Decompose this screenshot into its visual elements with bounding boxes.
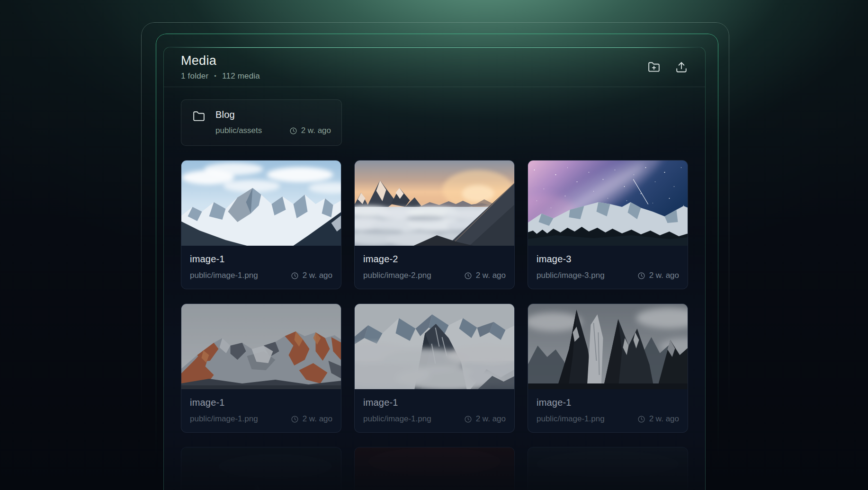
thumbnail-snow-peaks-blue-sky <box>181 160 341 246</box>
card-meta: public/image-1.png 2 w. ago <box>190 271 332 280</box>
card-body: image-1 public/image-1.png 2 w. ago <box>181 246 341 280</box>
card-title: image-1 <box>537 397 679 408</box>
media-card-image-1-row2-center[interactable]: image-1 public/image-1.png 2 w. ago <box>354 303 515 433</box>
clock-icon <box>291 415 299 423</box>
thumbnail-foggy-summit <box>355 304 514 389</box>
card-body: image-2 public/image-2.png 2 w. ago <box>355 246 514 280</box>
app-background: Media 1 folder • 112 media <box>0 0 868 490</box>
clock-icon <box>289 127 297 135</box>
card-body: image-3 public/image-3.png 2 w. ago <box>528 246 688 280</box>
card-time: 2 w. ago <box>637 271 679 280</box>
dot-separator: • <box>214 72 216 80</box>
card-meta: public/image-1.png 2 w. ago <box>363 414 506 424</box>
card-body: image-1 public/image-1.png 2 w. ago <box>181 389 341 424</box>
media-panel: Media 1 folder • 112 media <box>163 47 706 490</box>
card-title: image-1 <box>190 397 332 408</box>
media-count: 112 media <box>222 71 260 81</box>
card-path: public/image-1.png <box>190 271 258 280</box>
folder-card-blog[interactable]: Blog public/assets 2 w. ago <box>181 99 342 146</box>
thumbnail-monochrome-spires <box>528 304 688 389</box>
media-grid: image-1 public/image-1.png 2 w. ago <box>181 160 688 490</box>
header-text-block: Media 1 folder • 112 media <box>181 53 260 81</box>
thumbnail-faded-dark-slate <box>528 447 688 490</box>
media-card-partial-3[interactable] <box>528 447 688 490</box>
card-time: 2 w. ago <box>637 414 679 424</box>
media-card-image-1-row2-right[interactable]: image-1 public/image-1.png 2 w. ago <box>528 303 688 433</box>
card-time: 2 w. ago <box>291 414 332 424</box>
card-meta: public/image-2.png 2 w. ago <box>363 271 506 280</box>
media-card-image-2[interactable]: image-2 public/image-2.png 2 w. ago <box>354 160 515 289</box>
card-path: public/image-1.png <box>190 414 258 424</box>
card-title: image-1 <box>190 254 332 265</box>
thumbnail-sunset-above-cloud-sea <box>355 160 514 246</box>
card-title: image-1 <box>363 397 506 408</box>
page-title: Media <box>181 53 260 68</box>
card-path: public/image-1.png <box>537 414 605 424</box>
header-actions <box>647 61 688 74</box>
folder-time: 2 w. ago <box>289 126 331 135</box>
folder-path: public/assets <box>215 126 262 135</box>
card-title: image-3 <box>537 254 679 265</box>
media-card-partial-2[interactable] <box>354 447 515 490</box>
card-meta: public/image-1.png 2 w. ago <box>190 414 332 424</box>
folder-name: Blog <box>215 109 331 120</box>
folder-info: Blog public/assets 2 w. ago <box>215 109 331 135</box>
card-time: 2 w. ago <box>464 271 506 280</box>
card-time: 2 w. ago <box>291 271 332 280</box>
thumbnail-faded-dark-peak <box>181 447 341 490</box>
thumbnail-milky-way-over-mountains <box>528 160 688 246</box>
card-time: 2 w. ago <box>464 414 506 424</box>
card-meta: public/image-1.png 2 w. ago <box>537 414 679 424</box>
folder-meta: public/assets 2 w. ago <box>215 126 331 135</box>
media-header: Media 1 folder • 112 media <box>164 47 705 87</box>
thumbnail-alpenglow-ridge <box>181 304 341 389</box>
card-path: public/image-1.png <box>363 414 431 424</box>
clock-icon <box>464 415 472 423</box>
upload-button[interactable] <box>675 61 688 74</box>
thumbnail-faded-dark-red <box>355 447 514 490</box>
folder-icon <box>193 110 205 125</box>
media-card-image-1[interactable]: image-1 public/image-1.png 2 w. ago <box>181 160 341 289</box>
panel-top-glow-line <box>169 47 700 48</box>
card-path: public/image-2.png <box>363 271 431 280</box>
folder-plus-icon <box>648 61 660 73</box>
card-title: image-2 <box>363 254 506 265</box>
upload-icon <box>675 61 688 73</box>
clock-icon <box>637 272 645 280</box>
card-body: image-1 public/image-1.png 2 w. ago <box>355 389 514 424</box>
media-card-partial-1[interactable] <box>181 447 341 490</box>
clock-icon <box>291 272 299 280</box>
clock-icon <box>464 272 472 280</box>
folder-count: 1 folder <box>181 71 208 81</box>
clock-icon <box>637 415 645 423</box>
card-body: image-1 public/image-1.png 2 w. ago <box>528 389 688 424</box>
media-stats: 1 folder • 112 media <box>181 71 260 81</box>
card-meta: public/image-3.png 2 w. ago <box>537 271 679 280</box>
media-card-image-1-row2[interactable]: image-1 public/image-1.png 2 w. ago <box>181 303 341 433</box>
media-card-image-3[interactable]: image-3 public/image-3.png 2 w. ago <box>528 160 688 289</box>
card-path: public/image-3.png <box>537 271 605 280</box>
media-content: Blog public/assets 2 w. ago <box>164 87 705 490</box>
new-folder-button[interactable] <box>647 61 661 74</box>
